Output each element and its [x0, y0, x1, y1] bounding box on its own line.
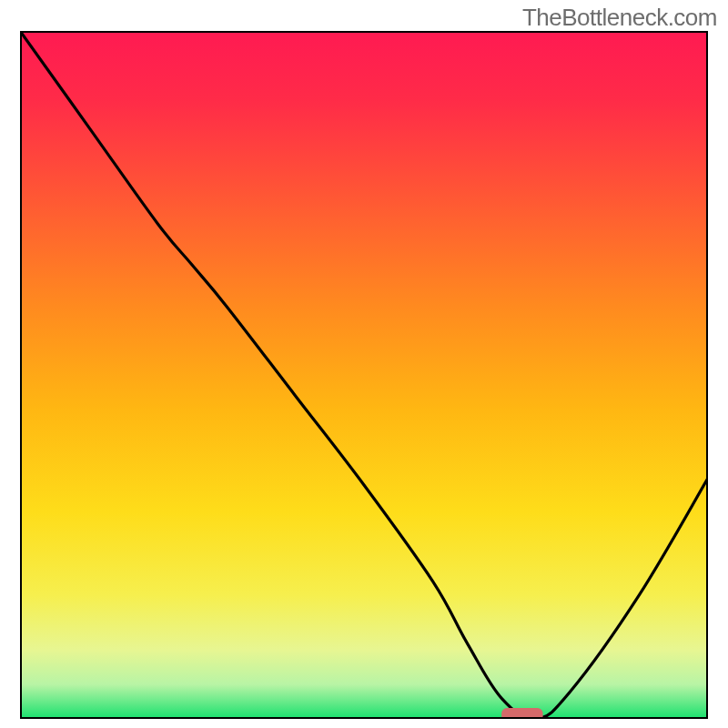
plot-area [20, 31, 708, 719]
chart-frame: TheBottleneck.com [0, 0, 728, 728]
gradient-background [20, 31, 708, 719]
bottleneck-chart [20, 31, 708, 719]
watermark-text: TheBottleneck.com [522, 4, 717, 32]
